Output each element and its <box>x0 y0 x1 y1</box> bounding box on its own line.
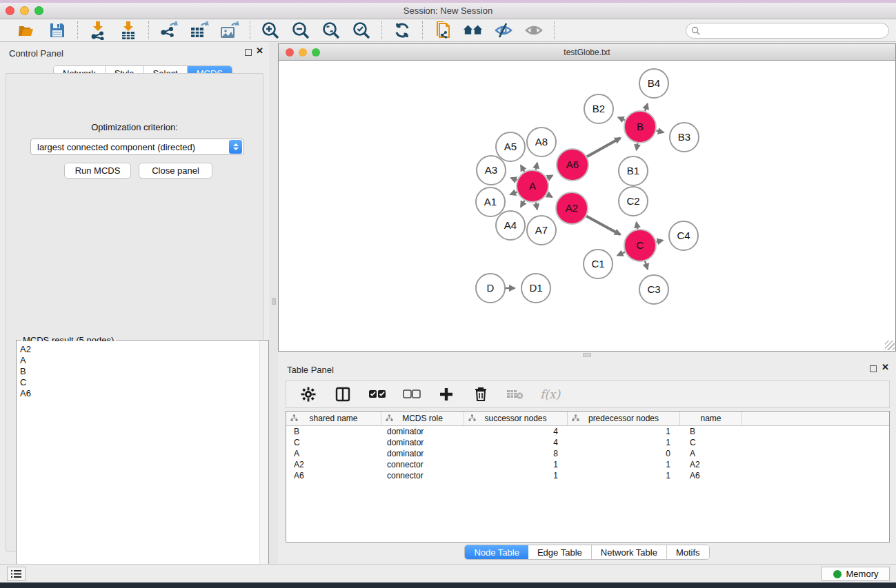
show-columns-icon[interactable] <box>333 385 352 404</box>
close-panel-icon[interactable]: ✕ <box>256 45 263 56</box>
graph-edge-B-B1[interactable] <box>637 143 638 150</box>
window-resize-grip[interactable] <box>885 341 895 350</box>
network-maximize-button[interactable] <box>312 48 320 57</box>
graph-edge-B-B2[interactable] <box>618 117 625 120</box>
table-cell[interactable]: C <box>680 437 742 448</box>
open-file-icon[interactable] <box>17 21 37 40</box>
save-session-icon[interactable] <box>47 21 68 40</box>
deselect-all-checks-icon[interactable] <box>402 385 421 404</box>
table-cell[interactable]: 1 <box>568 470 680 481</box>
task-history-button[interactable] <box>7 567 26 581</box>
minimize-window-button[interactable] <box>20 6 29 15</box>
graph-edge-A-A6[interactable] <box>547 176 552 179</box>
network-graph[interactable]: B4B2BB3A8A5A6A3B1AC2A1A2A4A7C4CC1C3DD1 <box>279 61 895 351</box>
graph-edge-A-A8[interactable] <box>536 163 537 170</box>
float-table-panel-icon[interactable] <box>870 365 877 372</box>
settings-gear-icon[interactable] <box>299 385 318 404</box>
table-cell[interactable]: connector <box>381 459 464 470</box>
table-cell[interactable]: 4 <box>464 437 568 448</box>
graph-edge-C-C1[interactable] <box>617 252 625 256</box>
graph-node-C1[interactable]: C1 <box>584 250 613 278</box>
export-table-icon[interactable] <box>189 21 210 40</box>
network-canvas[interactable]: B4B2BB3A8A5A6A3B1AC2A1A2A4A7C4CC1C3DD1 <box>279 61 895 351</box>
table-row[interactable]: A2connector11A2 <box>286 459 889 470</box>
graph-node-A7[interactable]: A7 <box>527 216 556 245</box>
table-cell[interactable]: B <box>680 426 742 437</box>
graph-edge-A-A7[interactable] <box>536 203 537 210</box>
table-cell[interactable]: 1 <box>568 437 680 448</box>
delete-column-icon[interactable] <box>471 385 490 404</box>
table-cell[interactable]: 1 <box>568 459 680 470</box>
zoom-out-icon[interactable] <box>290 21 311 40</box>
table-row[interactable]: A6connector11A6 <box>286 470 889 481</box>
table-cell[interactable]: A6 <box>286 470 381 481</box>
add-column-icon[interactable] <box>437 385 456 404</box>
graph-node-A8[interactable]: A8 <box>527 128 556 156</box>
graph-node-B4[interactable]: B4 <box>639 69 668 98</box>
graph-node-D1[interactable]: D1 <box>521 274 550 303</box>
table-cell[interactable]: 1 <box>464 470 568 481</box>
graph-edge-A-A5[interactable] <box>521 165 524 172</box>
delete-table-icon[interactable] <box>506 385 525 404</box>
close-table-panel-icon[interactable]: ✕ <box>882 362 889 372</box>
table-cell[interactable]: dominator <box>381 437 464 448</box>
tab-node-table[interactable]: Node Table <box>465 545 528 559</box>
graph-node-B[interactable]: B <box>624 111 656 143</box>
export-image-icon[interactable] <box>219 21 240 40</box>
graph-node-C4[interactable]: C4 <box>669 221 698 250</box>
graph-node-B2[interactable]: B2 <box>584 94 613 123</box>
graph-edge-A-A1[interactable] <box>510 192 517 194</box>
close-window-button[interactable] <box>6 6 14 15</box>
mcds-result-item[interactable]: B <box>20 366 259 377</box>
vertical-splitter-grip[interactable] <box>272 298 276 305</box>
mcds-result-scrollbar[interactable] <box>259 341 268 582</box>
network-from-selection-icon[interactable] <box>432 21 453 40</box>
criterion-dropdown[interactable]: largest connected component (directed) <box>30 139 244 155</box>
import-network-icon[interactable] <box>88 21 108 40</box>
table-cell[interactable]: 1 <box>464 459 568 470</box>
graph-edge-A-A3[interactable] <box>511 178 517 180</box>
graph-node-A6[interactable]: A6 <box>557 149 588 181</box>
graph-node-A1[interactable]: A1 <box>476 187 505 216</box>
table-cell[interactable]: connector <box>381 470 464 481</box>
graph-node-A5[interactable]: A5 <box>496 132 525 161</box>
table-cell[interactable]: C <box>286 437 381 448</box>
table-cell[interactable]: 1 <box>568 426 680 437</box>
horizontal-splitter-grip[interactable] <box>583 353 591 357</box>
table-cell[interactable]: A2 <box>286 459 381 470</box>
table-cell[interactable]: B <box>286 426 381 437</box>
table-cell[interactable]: A <box>680 448 742 459</box>
column-header-name[interactable]: name <box>680 412 742 425</box>
float-panel-icon[interactable] <box>245 49 252 56</box>
show-eye-icon[interactable] <box>524 21 544 40</box>
table-cell[interactable]: 4 <box>464 426 568 437</box>
graph-edge-B-B3[interactable] <box>656 130 663 132</box>
graph-node-C3[interactable]: C3 <box>639 275 668 304</box>
graph-edge-A-A4[interactable] <box>521 201 524 207</box>
run-mcds-button[interactable]: Run MCDS <box>64 163 131 179</box>
tab-edge-table[interactable]: Edge Table <box>528 545 592 559</box>
column-header-predecessor-nodes[interactable]: predecessor nodes <box>568 412 680 425</box>
network-minimize-button[interactable] <box>299 48 307 57</box>
refresh-layout-icon[interactable] <box>392 21 412 40</box>
graph-edge-C-C2[interactable] <box>637 223 638 230</box>
table-cell[interactable]: 8 <box>464 448 568 459</box>
mcds-result-item[interactable]: A6 <box>20 388 259 399</box>
table-cell[interactable]: dominator <box>381 448 464 459</box>
tab-network-table[interactable]: Network Table <box>592 545 667 559</box>
graph-node-A3[interactable]: A3 <box>477 156 506 185</box>
mcds-result-list[interactable]: A2ABCA6 <box>17 341 259 581</box>
tab-motifs[interactable]: Motifs <box>667 545 709 559</box>
zoom-selected-icon[interactable] <box>351 21 372 40</box>
graph-node-D[interactable]: D <box>476 274 505 303</box>
graph-node-B1[interactable]: B1 <box>619 156 648 185</box>
table-cell[interactable]: A <box>286 448 381 459</box>
graph-node-A[interactable]: A <box>517 170 548 202</box>
search-input[interactable] <box>686 23 889 39</box>
close-panel-button[interactable]: Close panel <box>139 163 212 179</box>
zoom-in-icon[interactable] <box>260 21 281 40</box>
import-table-icon[interactable] <box>118 21 139 40</box>
table-row[interactable]: Cdominator41C <box>286 437 889 448</box>
maximize-window-button[interactable] <box>34 6 43 15</box>
node-table[interactable]: shared name MCDS role successor nodes pr… <box>286 411 890 543</box>
